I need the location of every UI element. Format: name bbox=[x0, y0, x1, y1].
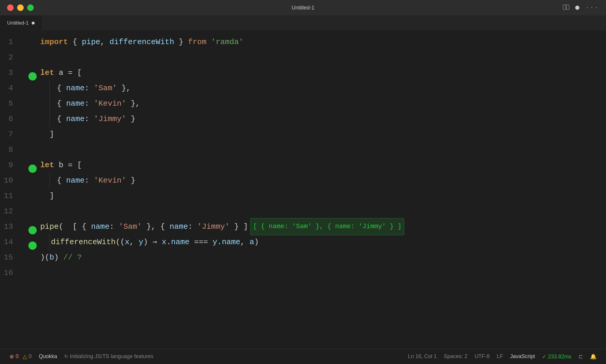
code-line-16 bbox=[40, 265, 595, 281]
token-punc-10 bbox=[40, 96, 49, 111]
status-errors[interactable]: ⊗ 0 △ 0 bbox=[6, 349, 35, 364]
breakpoint-3[interactable] bbox=[28, 72, 37, 80]
code-line-11: ] bbox=[40, 188, 595, 204]
status-perf[interactable]: ✓ 233.82ms bbox=[539, 349, 575, 364]
position-text: Ln 16, Col 1 bbox=[408, 353, 437, 360]
perf-text: ✓ 233.82ms bbox=[542, 353, 571, 360]
status-language-server[interactable]: ↻ Initializing JS/TS language features bbox=[61, 349, 157, 364]
token-punc-2: , bbox=[100, 34, 109, 50]
line-num-6: 6 bbox=[0, 111, 19, 127]
line-num-10: 10 bbox=[0, 173, 19, 188]
status-line-ending[interactable]: LF bbox=[493, 349, 507, 364]
status-language[interactable]: JavaScript bbox=[507, 349, 539, 364]
token-punc-9: }, bbox=[117, 80, 131, 96]
token-a: a bbox=[249, 234, 254, 250]
token-punc-12: : bbox=[85, 96, 94, 111]
close-button[interactable] bbox=[7, 4, 14, 11]
status-notifications-icon[interactable]: 🔔 bbox=[586, 349, 600, 364]
token-punc-31: ) bbox=[143, 234, 152, 250]
token-let-2: let bbox=[40, 157, 54, 173]
svg-rect-1 bbox=[566, 5, 569, 9]
breakpoint-13[interactable] bbox=[28, 226, 37, 234]
line-num-14: 14 bbox=[0, 234, 19, 250]
line-num-7: 7 bbox=[0, 127, 19, 142]
line-num-2: 2 bbox=[0, 50, 19, 65]
token-jimmy-2: 'Jimmy' bbox=[197, 219, 230, 234]
code-line-2 bbox=[40, 50, 595, 65]
token-punc-22: } bbox=[126, 173, 135, 188]
token-punc-25: }, { bbox=[142, 219, 170, 234]
status-broadcast-icon[interactable]: ⊏ bbox=[575, 349, 586, 364]
token-import: import bbox=[40, 34, 68, 50]
token-arrow: ⇒ bbox=[153, 234, 157, 250]
token-name-13a: name bbox=[91, 219, 109, 234]
token-pipe-call: pipe bbox=[40, 219, 59, 234]
code-line-9: let b = [ bbox=[40, 157, 595, 173]
maximize-button[interactable] bbox=[27, 4, 34, 11]
token-tripleq: === bbox=[194, 234, 208, 250]
notifications-icon: 🔔 bbox=[590, 353, 597, 360]
token-name-6: name bbox=[66, 111, 84, 127]
token-name-4: name bbox=[66, 80, 84, 96]
indent-guide-5 bbox=[49, 96, 50, 111]
token-punc-1: { bbox=[68, 34, 82, 50]
broadcast-icon: ⊏ bbox=[578, 353, 583, 360]
status-position[interactable]: Ln 16, Col 1 bbox=[404, 349, 440, 364]
token-punc-19 bbox=[40, 173, 49, 188]
token-x1: x bbox=[125, 234, 130, 250]
svg-rect-0 bbox=[563, 5, 566, 9]
line-num-16: 16 bbox=[0, 265, 19, 281]
code-content[interactable]: import { pipe , differenceWith } from 'r… bbox=[40, 34, 601, 349]
line-num-4: 4 bbox=[0, 80, 19, 96]
token-y1: y bbox=[139, 234, 144, 250]
token-ramda: 'ramda' bbox=[211, 34, 243, 50]
token-punc-34 bbox=[189, 234, 194, 250]
minimize-button[interactable] bbox=[17, 4, 24, 11]
indent-guide-14 bbox=[49, 234, 50, 250]
code-line-12 bbox=[40, 204, 595, 219]
token-kevin: 'Kevin' bbox=[94, 96, 126, 111]
more-actions-icon[interactable]: ··· bbox=[585, 4, 599, 12]
line-num-5: 5 bbox=[0, 96, 19, 111]
error-icon: ⊗ bbox=[9, 353, 14, 360]
token-bracket-2: ] bbox=[40, 188, 54, 204]
code-line-8 bbox=[40, 142, 595, 157]
token-name-13b: name bbox=[170, 219, 188, 234]
token-y2: y bbox=[212, 234, 217, 250]
breakpoint-9[interactable] bbox=[28, 165, 37, 173]
code-area[interactable]: 1 2 3 4 5 6 7 8 9 10 11 12 13 14 15 16 bbox=[0, 31, 606, 349]
token-punc-8: : bbox=[85, 80, 94, 96]
line-num-13: 13 bbox=[0, 219, 19, 234]
scrollbar[interactable] bbox=[601, 34, 606, 349]
token-punc-37: , bbox=[240, 234, 249, 250]
tab-untitled[interactable]: Untitled-1 bbox=[0, 15, 42, 31]
token-punc-24: : bbox=[109, 219, 119, 234]
token-punc-6 bbox=[40, 80, 49, 96]
token-punc-28 bbox=[40, 234, 49, 250]
token-name-10: name bbox=[66, 173, 84, 188]
status-spaces[interactable]: Spaces: 2 bbox=[440, 349, 471, 364]
token-punc-32 bbox=[157, 234, 162, 250]
indent-guide-4 bbox=[49, 80, 50, 96]
code-line-10: { name : 'Kevin' } bbox=[40, 173, 595, 188]
code-line-6: { name : 'Jimmy' } bbox=[40, 111, 595, 127]
breakpoint-14[interactable] bbox=[28, 241, 37, 250]
code-line-14: differenceWith (( x , y ) ⇒ x . name ===… bbox=[40, 234, 595, 250]
token-punc-11: { bbox=[57, 96, 66, 111]
warning-count: 0 bbox=[29, 353, 32, 360]
unsaved-dot-icon bbox=[575, 6, 579, 10]
token-differencewith-call: differenceWith bbox=[51, 234, 115, 250]
status-quokka[interactable]: Quokka bbox=[35, 349, 61, 364]
titlebar-actions: ··· bbox=[563, 4, 599, 12]
spaces-text: Spaces: 2 bbox=[444, 353, 468, 360]
token-punc-17: } bbox=[126, 111, 135, 127]
token-punc-30: , bbox=[129, 234, 138, 250]
split-editor-icon[interactable] bbox=[563, 4, 569, 11]
statusbar: ⊗ 0 △ 0 Quokka ↻ Initializing JS/TS lang… bbox=[0, 349, 606, 364]
status-encoding[interactable]: UTF-8 bbox=[471, 349, 493, 364]
token-kevin-2: 'Kevin' bbox=[94, 173, 126, 188]
token-bracket-1: ] bbox=[40, 127, 54, 142]
token-punc-15: { bbox=[57, 111, 66, 127]
indent-guide-10 bbox=[49, 173, 50, 188]
error-count: 0 bbox=[16, 353, 19, 360]
